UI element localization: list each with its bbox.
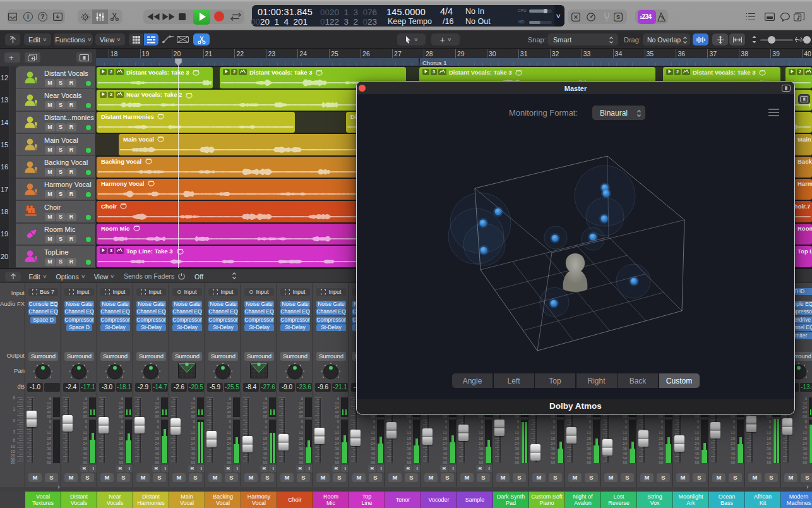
svg-text:S: S [616,14,620,20]
